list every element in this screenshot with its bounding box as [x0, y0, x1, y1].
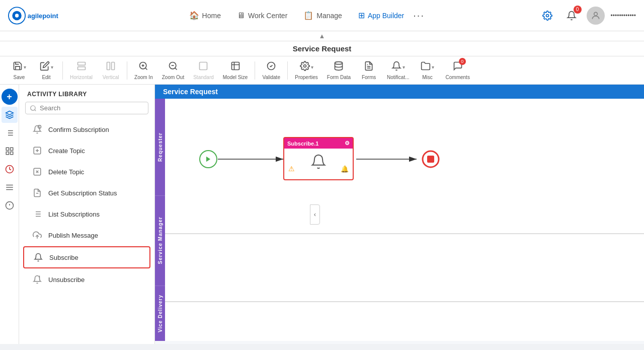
activity-item-unsubscribe[interactable]: Unsubscribe — [23, 269, 150, 290]
formdata-button[interactable]: Form Data — [323, 59, 355, 82]
svg-rect-9 — [112, 62, 115, 69]
edit-arrow: ▾ — [51, 64, 53, 70]
modelsize-label: Model Size — [223, 75, 248, 80]
subscribe-node-body: ⚠ 🔔 — [284, 149, 353, 175]
sidebar-list2-icon[interactable] — [2, 143, 18, 159]
notifications-arrow: ▾ — [403, 64, 405, 70]
svg-rect-7 — [77, 66, 85, 69]
modelsize-button[interactable]: Model Size — [219, 59, 252, 82]
activity-item-delete-topic[interactable]: Delete Topic — [23, 162, 150, 182]
list-subscriptions-icon — [31, 208, 43, 220]
canvas-title: Service Request — [155, 85, 644, 99]
activity-item-create-topic[interactable]: Create Topic — [23, 141, 150, 161]
zoomin-label: Zoom In — [134, 75, 153, 80]
sidebar-list3-icon[interactable] — [2, 179, 18, 195]
notifications-button[interactable]: ▾ Notificat... — [383, 59, 413, 82]
sidebar-list1-icon[interactable] — [2, 125, 18, 141]
nav-right: 0 •••••••••••• — [538, 7, 636, 25]
user-avatar[interactable] — [587, 7, 605, 25]
node-gear-icon[interactable]: ⚙ — [345, 140, 350, 147]
zoomin-button[interactable]: Zoom In — [130, 59, 157, 82]
svg-rect-34 — [6, 152, 9, 155]
comments-button[interactable]: 0 Comments — [442, 59, 474, 82]
save-button[interactable]: ▾ Save — [6, 59, 32, 82]
start-node[interactable] — [199, 150, 217, 168]
properties-icon — [300, 61, 310, 74]
forms-icon — [364, 61, 374, 74]
sidebar-icons: + — [0, 85, 19, 344]
zoomout-icon — [168, 61, 178, 74]
get-subscription-status-label: Get Subscription Status — [48, 189, 117, 197]
activity-library-header: ACTIVITY LIBRARY — [19, 85, 154, 102]
subscribe-workflow-node[interactable]: Subscribe.1 ⚙ ⚠ 🔔 — [283, 137, 354, 180]
publish-message-icon — [31, 229, 43, 241]
nav-appbuilder[interactable]: ⊞ App Builder — [351, 8, 411, 23]
svg-rect-33 — [10, 152, 13, 155]
main-layout: + ACTIVITY LIBRARY — [0, 85, 644, 344]
forms-label: Forms — [362, 75, 376, 80]
toolbar-sep-4 — [287, 61, 288, 80]
forms-button[interactable]: Forms — [356, 59, 382, 82]
notifications-button[interactable]: 0 — [562, 7, 581, 25]
home-icon: 🏠 — [189, 11, 199, 20]
standard-button[interactable]: Standard — [189, 59, 218, 82]
add-button[interactable]: + — [2, 89, 18, 105]
activity-item-get-subscription-status[interactable]: Get Subscription Status — [23, 183, 150, 203]
logo[interactable]: agilepoint — [8, 7, 68, 25]
activity-item-list-subscriptions[interactable]: List Subscriptions — [23, 204, 150, 224]
sidebar-layers-icon[interactable] — [2, 107, 18, 123]
svg-rect-32 — [10, 148, 13, 150]
validate-button[interactable]: Validate — [258, 59, 284, 82]
settings-button[interactable] — [538, 7, 556, 25]
activity-item-subscribe[interactable]: Subscribe — [23, 246, 150, 268]
svg-text:agilepoint: agilepoint — [28, 12, 59, 19]
nav-workcenter[interactable]: 🖥 Work Center — [230, 8, 294, 23]
nav-items: 🏠 Home 🖥 Work Center 📋 Manage ⊞ App Buil… — [80, 8, 526, 23]
vertical-icon — [106, 61, 116, 74]
svg-point-20 — [303, 64, 306, 67]
zoomout-label: Zoom Out — [162, 75, 184, 80]
nav-more-button[interactable]: ··· — [413, 10, 425, 21]
horizontal-button[interactable]: Horizontal — [66, 59, 97, 82]
edit-button[interactable]: ▾ Edit — [33, 59, 59, 82]
nav-appbuilder-label: App Builder — [368, 12, 404, 20]
misc-button[interactable]: ▾ Misc — [415, 59, 441, 82]
search-input[interactable] — [40, 104, 144, 112]
svg-rect-17 — [200, 62, 207, 69]
activity-list: Confirm Subscription Create Topic Delete… — [19, 118, 154, 344]
subscribe-label: Subscribe — [49, 254, 78, 261]
svg-point-2 — [15, 14, 19, 17]
vertical-button[interactable]: Vertical — [98, 59, 124, 82]
delivery-lane-label: Vice Delivery — [157, 295, 163, 332]
vertical-label: Vertical — [103, 75, 119, 80]
collapse-bar[interactable]: ▲ — [0, 31, 644, 41]
list-subscriptions-label: List Subscriptions — [48, 211, 100, 218]
sidebar-badge-icon[interactable] — [2, 197, 18, 214]
activity-panel: ACTIVITY LIBRARY Confirm Subscription Cr… — [19, 85, 155, 344]
toolbar-sep-2 — [127, 61, 127, 80]
sidebar-clock-icon[interactable] — [2, 161, 18, 177]
nav-manage[interactable]: 📋 Manage — [296, 8, 349, 23]
svg-rect-18 — [231, 62, 239, 69]
notifications-label: Notificat... — [387, 75, 409, 80]
svg-rect-8 — [107, 62, 110, 69]
delete-topic-icon — [31, 166, 43, 178]
save-arrow: ▾ — [24, 64, 26, 70]
misc-arrow: ▾ — [432, 64, 434, 70]
edit-label: Edit — [42, 75, 50, 80]
nav-home[interactable]: 🏠 Home — [182, 8, 228, 23]
svg-point-4 — [546, 14, 548, 17]
subscribe-icon — [32, 251, 44, 263]
activity-item-publish-message[interactable]: Publish Message — [23, 225, 150, 245]
properties-arrow: ▾ — [311, 64, 313, 70]
comments-badge: 0 — [459, 58, 466, 65]
properties-button[interactable]: ▾ Properties — [291, 59, 322, 82]
activity-item-confirm-subscription[interactable]: Confirm Subscription — [23, 119, 150, 139]
requester-lane-label: Requester — [157, 132, 163, 162]
confirm-subscription-label: Confirm Subscription — [48, 126, 109, 133]
panel-collapse-button[interactable]: ‹ — [310, 204, 320, 225]
svg-rect-6 — [77, 62, 85, 65]
zoomout-button[interactable]: Zoom Out — [158, 59, 188, 82]
horizontal-icon — [76, 61, 87, 74]
bell-icon — [310, 154, 327, 170]
